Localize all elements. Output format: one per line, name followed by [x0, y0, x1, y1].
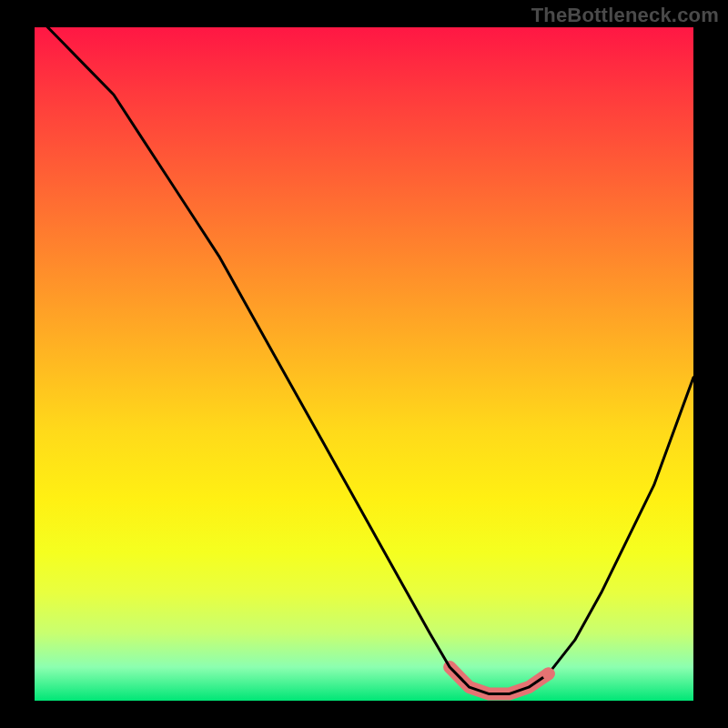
optimal-marker	[542, 667, 555, 680]
watermark-text: TheBottleneck.com	[531, 4, 719, 27]
chart-frame: TheBottleneck.com	[0, 0, 728, 728]
plot-area	[35, 27, 693, 701]
bottleneck-curve	[35, 27, 693, 694]
curve-layer	[35, 27, 693, 701]
